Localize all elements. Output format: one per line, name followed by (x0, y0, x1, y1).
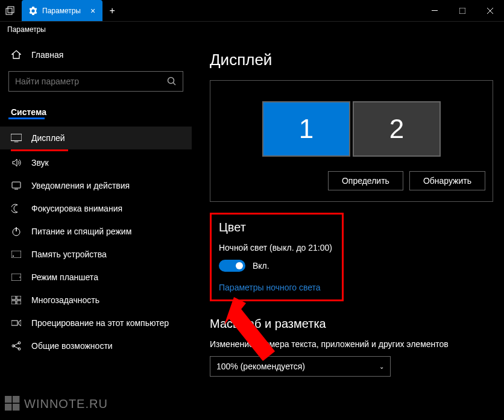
close-button[interactable] (476, 0, 504, 22)
svg-rect-8 (11, 134, 22, 140)
svg-rect-2 (432, 10, 438, 11)
sidebar-item-focus[interactable]: Фокусировка внимания (0, 197, 192, 220)
minimize-button[interactable] (421, 0, 449, 22)
section-color: Цвет (219, 221, 335, 234)
tab-settings[interactable]: Параметры × (22, 0, 102, 21)
toggle-state: Вкл. (253, 261, 269, 271)
sidebar-item-label: Многозадачность (31, 295, 99, 305)
breadcrumb: Параметры (0, 22, 504, 37)
detect-button[interactable]: Определить (328, 171, 403, 190)
svg-rect-3 (459, 8, 465, 14)
sidebar-item-label: Дисплей (31, 133, 65, 143)
monitor-arrangement: 1 2 Определить Обнаружить (210, 80, 493, 202)
annotation-red-box: Цвет Ночной свет (выкл. до 21:00) Вкл. П… (210, 213, 344, 301)
svg-rect-0 (6, 8, 12, 14)
windows-icon (5, 396, 20, 412)
chevron-down-icon: ⌄ (379, 363, 384, 370)
sidebar-item-label: Память устройства (31, 249, 107, 259)
svg-rect-13 (11, 251, 21, 258)
svg-point-14 (13, 255, 14, 257)
sidebar-item-display[interactable]: Дисплей (0, 127, 192, 149)
sidebar-item-multitask[interactable]: Многозадачность (0, 289, 192, 312)
home-icon (11, 49, 22, 60)
svg-rect-20 (17, 301, 21, 304)
share-icon (11, 340, 22, 351)
search-icon (167, 77, 177, 86)
sidebar-item-tablet[interactable]: Режим планшета (0, 266, 192, 289)
sidebar-home-label: Главная (31, 50, 63, 60)
sidebar-item-notifications[interactable]: Уведомления и действия (0, 174, 192, 197)
svg-rect-21 (11, 321, 17, 325)
svg-line-7 (173, 83, 175, 85)
svg-rect-17 (11, 296, 16, 299)
sidebar-item-project[interactable]: Проецирование на этот компьютер (0, 312, 192, 334)
night-light-label: Ночной свет (выкл. до 21:00) (219, 243, 335, 252)
sidebar-category: Система (0, 102, 57, 119)
project-icon (11, 318, 22, 328)
night-light-settings-link[interactable]: Параметры ночного света (219, 283, 335, 292)
sidebar-item-shared[interactable]: Общие возможности (0, 334, 192, 357)
tab-title: Параметры (42, 7, 81, 15)
sidebar-item-label: Звук (31, 158, 49, 168)
monitor-1[interactable]: 1 (262, 101, 350, 157)
tablet-icon (11, 272, 22, 283)
main-content: Дисплей 1 2 Определить Обнаружить Цвет Н… (192, 37, 504, 420)
svg-rect-28 (5, 404, 11, 410)
svg-rect-29 (13, 404, 19, 410)
sidebar: Главная Система Дисплей Звук Уведомления… (0, 37, 192, 420)
svg-rect-10 (12, 182, 20, 188)
sidebar-item-label: Проецирование на этот компьютер (31, 318, 169, 328)
notification-icon (11, 180, 22, 191)
svg-rect-26 (5, 396, 11, 403)
svg-rect-18 (17, 296, 21, 299)
multitask-icon (11, 295, 22, 306)
svg-rect-19 (11, 301, 16, 304)
annotation-underline-blue (8, 118, 45, 119)
maximize-button[interactable] (449, 0, 476, 22)
scale-description: Изменение размера текста, приложений и д… (210, 339, 486, 349)
sound-icon (11, 157, 22, 168)
moon-icon (11, 203, 22, 214)
night-light-toggle[interactable] (219, 260, 245, 272)
sidebar-item-storage[interactable]: Память устройства (0, 243, 192, 266)
power-icon (11, 226, 22, 237)
sidebar-item-sound[interactable]: Звук (0, 151, 192, 174)
sidebar-item-label: Общие возможности (31, 341, 113, 351)
storage-icon (11, 249, 22, 260)
scale-value: 100% (рекомендуется) (216, 362, 305, 371)
sidebar-item-power[interactable]: Питание и спящий режим (0, 220, 192, 243)
svg-point-16 (19, 277, 20, 278)
search-input[interactable] (15, 77, 167, 86)
window-stack-icon (5, 6, 14, 16)
gear-icon (29, 7, 37, 15)
section-scale: Масштаб и разметка (210, 317, 486, 331)
svg-rect-1 (8, 7, 14, 13)
scale-dropdown[interactable]: 100% (рекомендуется) ⌄ (210, 356, 391, 377)
new-tab-button[interactable]: + (102, 0, 122, 21)
display-icon (11, 133, 22, 143)
identify-button[interactable]: Обнаружить (409, 171, 485, 190)
svg-rect-27 (13, 396, 19, 403)
sidebar-item-label: Режим планшета (31, 272, 98, 282)
sidebar-item-label: Уведомления и действия (31, 181, 130, 190)
sidebar-home[interactable]: Главная (0, 43, 192, 66)
page-title: Дисплей (210, 51, 486, 69)
search-box[interactable] (8, 71, 183, 92)
sidebar-item-label: Питание и спящий режим (31, 227, 131, 236)
monitor-2[interactable]: 2 (353, 101, 441, 157)
watermark: WINNOTE.RU (5, 396, 108, 412)
tab-close-icon[interactable]: × (90, 6, 95, 16)
sidebar-item-label: Фокусировка внимания (31, 204, 122, 213)
